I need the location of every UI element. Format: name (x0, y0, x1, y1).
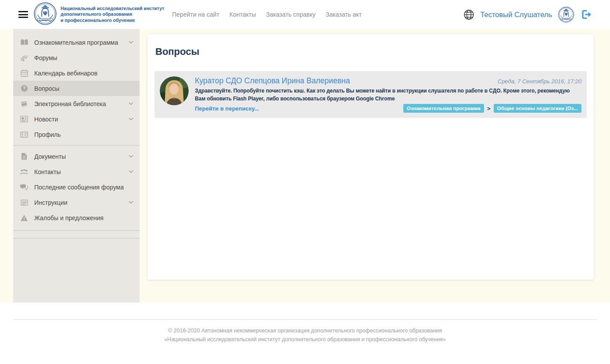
svg-text:НИИДПО: НИИДПО (562, 18, 570, 20)
chevron-down-icon (126, 41, 133, 44)
sidebar-item-label: Календарь вебинаров (34, 70, 133, 77)
sidebar-item-contacts[interactable]: Контакты (13, 164, 140, 179)
sidebar-divider-gap (13, 234, 140, 238)
forum-icon (20, 54, 29, 61)
sidebar-item-label: Контакты (34, 168, 126, 175)
sidebar-item-label: Электронная библиотека (34, 100, 126, 107)
sidebar-divider (13, 238, 140, 239)
user-avatar[interactable]: Ψ НИИДПО (558, 6, 574, 23)
library-icon (20, 100, 29, 107)
instructions-icon (20, 200, 29, 206)
sidebar-item-label: Ознакомительная программа (34, 39, 126, 46)
institution-name-line: дополнительного образования (61, 11, 165, 18)
profile-icon (20, 132, 29, 138)
nav-link-go-to-site[interactable]: Перейти на сайт (172, 11, 219, 18)
main-panel: Вопросы (147, 34, 594, 280)
chevron-down-icon (126, 102, 133, 105)
sidebar-item-e-library[interactable]: Электронная библиотека (13, 96, 140, 111)
sidebar-item-complaints[interactable]: Жалобы и предложения (13, 210, 140, 225)
nav-link-order-certificate[interactable]: Заказать справку (266, 11, 316, 18)
message-tags: Ознакомительная программа > Общие основы… (403, 104, 581, 113)
sidebar-item-label: Вопросы (34, 85, 133, 92)
content-area: Ознакомительная программаФорумыКалендарь… (0, 29, 610, 303)
warning-icon (20, 214, 29, 221)
nav-link-order-act[interactable]: Заказать акт (326, 11, 362, 18)
message-text: Здравствуйте. Попробуйте почистить кэш. … (195, 87, 581, 103)
calendar-icon (20, 69, 29, 77)
sidebar-item-label: Жалобы и предложения (34, 214, 133, 221)
footer-copyright: © 2016-2020 Автономная некоммерческая ор… (0, 326, 610, 335)
sidebar-item-intro-program[interactable]: Ознакомительная программа (13, 35, 140, 50)
institution-logo[interactable]: Ψ НИИДПО (34, 2, 57, 27)
sidebar-divider (13, 145, 140, 146)
top-header: Ψ НИИДПО Национальный исследовательский … (0, 0, 610, 29)
sidebar-item-questions[interactable]: ?Вопросы (13, 81, 140, 96)
svg-text:НИИДПО: НИИДПО (39, 19, 51, 21)
sidebar-item-label: Новости (34, 116, 126, 123)
sidebar-item-documents[interactable]: Документы (13, 149, 140, 164)
message-date: Среда, 7 Сентябрь 2016, 17:20 (498, 78, 581, 85)
institution-name: Национальный исследовательский институт … (61, 6, 165, 24)
institution-name-line: Национальный исследовательский институт (61, 6, 165, 12)
page-title: Вопросы (155, 46, 587, 57)
document-icon (20, 153, 29, 160)
footer-divider (13, 319, 597, 320)
header-user-area: Тестовый Слушатель Ψ НИИДПО (463, 6, 592, 23)
globe-icon[interactable] (463, 9, 474, 20)
svg-text:Ψ: Ψ (564, 12, 567, 17)
sidebar-divider (13, 230, 140, 231)
author-link[interactable]: Куратор СДО Слепцова Ирина Валериевна (195, 76, 350, 86)
svg-text:Ψ: Ψ (43, 11, 47, 17)
logout-icon[interactable] (581, 9, 592, 20)
institution-name-line: и профессионального обучения (61, 18, 165, 24)
sidebar-item-forums[interactable]: Форумы (13, 50, 140, 65)
question-icon: ? (20, 85, 29, 92)
sidebar: Ознакомительная программаФорумыКалендарь… (13, 29, 140, 303)
svg-text:?: ? (23, 86, 25, 91)
sidebar-item-label: Форумы (34, 54, 133, 61)
message-body: Куратор СДО Слепцова Ирина Валериевна Ср… (195, 76, 581, 113)
sidebar-item-label: Профиль (34, 131, 133, 138)
sidebar-group: Ознакомительная программаФорумыКалендарь… (13, 35, 140, 142)
chevron-down-icon (126, 155, 133, 158)
tag-separator: > (487, 105, 491, 112)
page-footer: © 2016-2020 Автономная некоммерческая ор… (0, 303, 610, 364)
header-nav: Перейти на сайтКонтактыЗаказать справкуЗ… (172, 11, 362, 18)
sidebar-item-profile[interactable]: Профиль (13, 127, 140, 142)
sidebar-item-label: Последние сообщения форума (34, 184, 133, 191)
message-card: Куратор СДО Слепцова Ирина Валериевна Ср… (154, 71, 587, 118)
sidebar-group: ДокументыКонтактыПоследние сообщения фор… (13, 149, 140, 225)
sidebar-item-label: Инструкции (34, 199, 126, 206)
go-to-conversation-link[interactable]: Перейти в переписку... (195, 105, 259, 112)
sidebar-item-instructions[interactable]: Инструкции (13, 195, 140, 210)
hamburger-menu-button[interactable] (18, 11, 28, 18)
author-avatar[interactable] (160, 76, 189, 105)
book-icon (20, 39, 29, 46)
footer-institution: «Национальный исследовательский институт… (0, 335, 610, 344)
news-icon (20, 116, 29, 122)
chevron-down-icon (126, 118, 133, 121)
sidebar-item-latest-forum-posts[interactable]: Последние сообщения форума (13, 179, 140, 195)
chevron-down-icon (126, 170, 133, 173)
sidebar-item-label: Документы (34, 153, 126, 160)
sidebar-item-news[interactable]: Новости (13, 111, 140, 127)
users-icon (20, 168, 29, 175)
nav-link-contacts[interactable]: Контакты (230, 11, 256, 18)
user-name-link[interactable]: Тестовый Слушатель (480, 11, 552, 19)
sidebar-item-webinar-calendar[interactable]: Календарь вебинаров (13, 65, 140, 81)
tag-badge-program[interactable]: Ознакомительная программа (403, 104, 484, 113)
chat-icon (20, 184, 29, 190)
chevron-down-icon (126, 201, 133, 204)
tag-badge-course[interactable]: Общие основы педагогики (Оз... (494, 104, 581, 113)
